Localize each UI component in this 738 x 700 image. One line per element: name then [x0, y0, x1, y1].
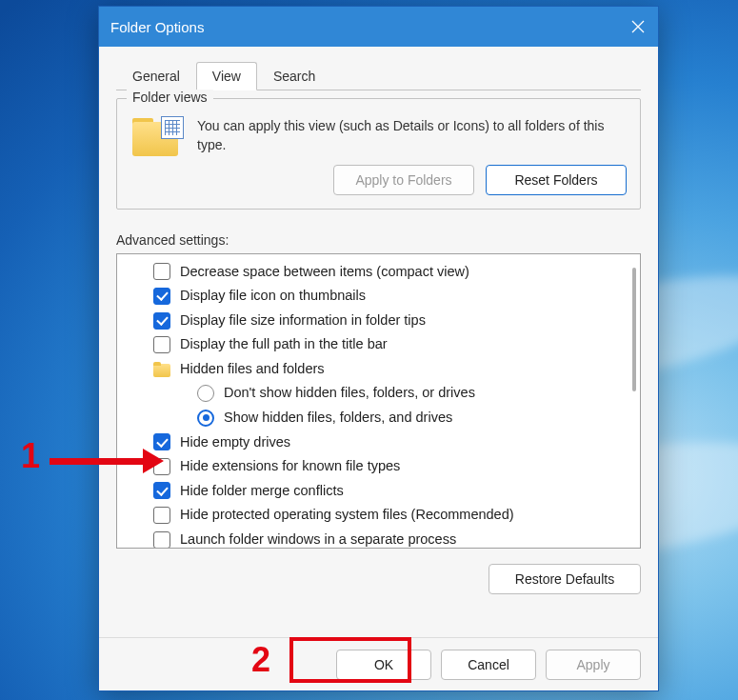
folder-views-legend: Folder views [127, 90, 213, 105]
list-item[interactable]: Launch folder windows in a separate proc… [117, 528, 640, 549]
list-item-label: Hide empty drives [180, 433, 290, 452]
list-group: Hidden files and folders [117, 357, 640, 382]
checkbox-icon[interactable] [153, 507, 170, 524]
cancel-button[interactable]: Cancel [441, 650, 536, 680]
apply-button[interactable]: Apply [546, 650, 641, 680]
checkbox-icon[interactable] [153, 531, 170, 549]
list-item-label: Hidden files and folders [180, 360, 325, 379]
annotation-highlight-box [289, 637, 411, 683]
list-item[interactable]: Hide folder merge conflicts [117, 479, 640, 504]
folder-icon [153, 362, 170, 377]
list-item[interactable]: Hide protected operating system files (R… [117, 503, 640, 528]
folder-views-text: You can apply this view (such as Details… [197, 116, 627, 155]
list-item-label: Don't show hidden files, folders, or dri… [224, 384, 475, 403]
list-item-label: Decrease space between items (compact vi… [180, 263, 469, 282]
list-item-label: Hide protected operating system files (R… [180, 506, 514, 525]
list-item[interactable]: Display file size information in folder … [117, 309, 640, 333]
window-title: Folder Options [110, 19, 618, 35]
list-item-label: Show hidden files, folders, and drives [224, 409, 452, 428]
list-item[interactable]: Display file icon on thumbnails [117, 284, 640, 309]
list-item-label: Hide folder merge conflicts [180, 482, 344, 501]
apply-to-folders-button[interactable]: Apply to Folders [333, 165, 474, 195]
titlebar: Folder Options [99, 7, 658, 47]
list-item-label: Display the full path in the title bar [180, 335, 388, 354]
list-item[interactable]: Hide extensions for known file types [117, 454, 640, 479]
list-item[interactable]: Don't show hidden files, folders, or dri… [117, 381, 640, 406]
close-icon [631, 20, 645, 33]
list-item[interactable]: Display the full path in the title bar [117, 332, 640, 357]
list-item-label: Display file size information in folder … [180, 311, 426, 330]
restore-defaults-button[interactable]: Restore Defaults [489, 564, 641, 594]
checkbox-icon[interactable] [153, 482, 170, 499]
list-item[interactable]: Decrease space between items (compact vi… [117, 260, 640, 285]
close-button[interactable] [618, 7, 658, 47]
radio-icon[interactable] [197, 385, 214, 402]
list-item-label: Display file icon on thumbnails [180, 287, 366, 306]
annotation-arrow-icon [50, 451, 164, 470]
scrollbar-thumb[interactable] [632, 268, 636, 391]
checkbox-icon[interactable] [153, 263, 170, 280]
list-item[interactable]: Hide empty drives [117, 430, 640, 455]
list-item-label: Hide extensions for known file types [180, 457, 400, 476]
checkbox-icon[interactable] [153, 288, 170, 305]
folder-views-icon [130, 116, 184, 162]
folder-views-group: Folder views You can apply this view (su… [116, 98, 641, 210]
advanced-settings-label: Advanced settings: [116, 232, 641, 248]
reset-folders-button[interactable]: Reset Folders [486, 165, 627, 195]
annotation-number-1: 1 [21, 436, 40, 476]
list-item[interactable]: Show hidden files, folders, and drives [117, 406, 640, 430]
advanced-settings-list[interactable]: Decrease space between items (compact vi… [116, 253, 641, 549]
tab-general[interactable]: General [116, 62, 196, 90]
tab-strip: General View Search [116, 56, 641, 90]
annotation-number-2: 2 [251, 640, 270, 680]
tab-view[interactable]: View [196, 62, 257, 90]
list-item-label: Launch folder windows in a separate proc… [180, 530, 456, 549]
checkbox-icon[interactable] [153, 312, 170, 330]
tab-search[interactable]: Search [257, 62, 331, 90]
folder-options-dialog: Folder Options General View Search Folde… [98, 6, 659, 691]
checkbox-icon[interactable] [153, 336, 170, 353]
radio-icon[interactable] [197, 410, 214, 427]
